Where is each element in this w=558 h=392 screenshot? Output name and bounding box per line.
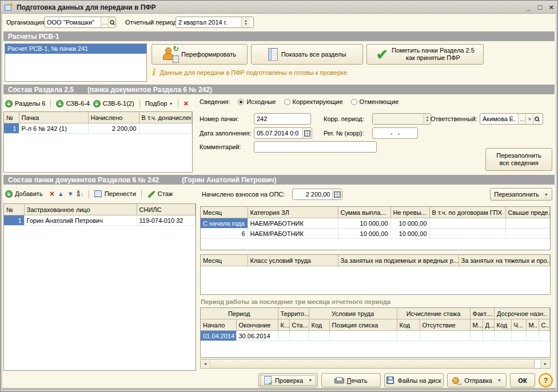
- refill-all-button[interactable]: Перезаполнить все сведения: [485, 148, 552, 171]
- cell-empty[interactable]: [397, 331, 420, 341]
- cell-limit[interactable]: 10 000,00: [390, 229, 429, 239]
- cell-sum[interactable]: 10 000,00: [338, 218, 390, 229]
- minimize-icon[interactable]: _: [527, 3, 531, 11]
- scrollbar-thumb[interactable]: [210, 359, 535, 368]
- cell-empty[interactable]: [309, 331, 329, 341]
- corr-period-input[interactable]: [373, 114, 424, 124]
- cell-empty[interactable]: [539, 331, 549, 341]
- sort-button[interactable]: АЯ↓: [77, 190, 83, 197]
- maximize-icon[interactable]: □: [538, 3, 543, 11]
- ok-button[interactable]: ОК: [510, 373, 535, 387]
- reg-number-input[interactable]: [373, 128, 417, 138]
- mark-accepted-button[interactable]: ✔ Пометить пачки Раздела 2.5 как приняты…: [366, 44, 484, 65]
- help-button[interactable]: ?: [539, 373, 553, 387]
- toolbar-separator: [178, 99, 178, 108]
- cell-category[interactable]: НАЕМ/РАБОТНИК: [248, 229, 338, 239]
- cell-empty[interactable]: [494, 331, 511, 341]
- horizontal-scrollbar[interactable]: ◄ ►: [200, 359, 551, 369]
- cell-empty[interactable]: [289, 331, 309, 341]
- cell-end[interactable]: 30.06.2014: [236, 331, 278, 341]
- period-input[interactable]: [176, 17, 241, 27]
- responsible-input[interactable]: [480, 114, 518, 124]
- col-num: №: [4, 112, 19, 123]
- cell-empty[interactable]: [511, 331, 526, 341]
- organization-choose-button[interactable]: ...: [101, 17, 108, 27]
- responsible-clear-button[interactable]: ×: [525, 114, 533, 124]
- add-sections6-button[interactable]: +Разделы 6: [5, 100, 45, 107]
- periods-table[interactable]: Период Террито... Условия труда Исчислен…: [200, 307, 551, 358]
- radio-ishodnye[interactable]: Исходные: [238, 98, 276, 105]
- cell-empty[interactable]: [470, 331, 483, 341]
- cell-gph[interactable]: [429, 218, 505, 229]
- cell-month[interactable]: 6: [201, 229, 248, 239]
- table-row[interactable]: 6 НАЕМ/РАБОТНИК 10 000,00 10 000,00: [201, 229, 550, 239]
- cell-sum[interactable]: 10 000,00: [338, 229, 390, 239]
- cell-empty[interactable]: [278, 331, 289, 341]
- transfer-button[interactable]: Перенести: [94, 190, 136, 197]
- comment-input[interactable]: [254, 142, 376, 152]
- delete-person-icon[interactable]: ×: [50, 190, 54, 198]
- rsv-list[interactable]: Расчет РСВ-1, № пачки 241: [5, 43, 147, 82]
- radio-otmenyayushchie[interactable]: Отменяющие: [351, 98, 399, 105]
- cell-accrued[interactable]: 2 200,00: [88, 123, 139, 134]
- cell-empty[interactable]: [420, 331, 470, 341]
- conditions-table[interactable]: Месяц Класс условий труда За занятых на …: [200, 254, 551, 295]
- add-person-button[interactable]: + Добавить: [5, 190, 43, 198]
- cell-empty[interactable]: [329, 331, 397, 341]
- check-button[interactable]: Проверка ▼: [258, 373, 318, 387]
- add-szv64-button[interactable]: +СЗВ-6-4: [56, 100, 89, 107]
- send-icon: →: [452, 377, 461, 384]
- persons-table[interactable]: № Застрахованное лицо СНИЛС 1 Горин Анат…: [3, 203, 196, 371]
- show-all-sections-button[interactable]: Показать все разделы: [251, 44, 363, 65]
- cell-empty[interactable]: [526, 331, 539, 341]
- cell-category[interactable]: НАЕМ/РАБОТНИК: [248, 218, 338, 229]
- podbor-button[interactable]: Подбор▼: [145, 100, 173, 107]
- move-down-icon[interactable]: ▼: [67, 190, 74, 197]
- table-row[interactable]: 1 Р-л 6 № 242 (1) 2 200,00: [4, 123, 192, 134]
- cell-start[interactable]: 01.04.2014: [201, 331, 236, 341]
- cell-num[interactable]: 1: [4, 215, 24, 226]
- responsible-choose-button[interactable]: ...: [518, 114, 525, 124]
- cell-extra[interactable]: [139, 123, 192, 134]
- scroll-right-icon[interactable]: ►: [540, 359, 550, 368]
- responsible-search-button[interactable]: [533, 114, 540, 124]
- cell-empty[interactable]: [483, 331, 494, 341]
- cell-gph[interactable]: [429, 229, 505, 239]
- delete-icon[interactable]: ×: [184, 99, 188, 107]
- table-row[interactable]: 1 Горин Анатолий Петрович 119-074-010 32: [4, 215, 196, 226]
- move-up-icon[interactable]: ▲: [58, 190, 64, 197]
- reform-button[interactable]: ↻ Переформировать: [152, 44, 248, 65]
- cell-over[interactable]: [505, 218, 550, 229]
- months-table[interactable]: Месяц Категория ЗЛ Сумма выпла... Не пре…: [200, 206, 551, 250]
- pack-number-input[interactable]: [254, 114, 310, 124]
- cell-limit[interactable]: 10 000,00: [390, 218, 429, 229]
- cell-over[interactable]: [505, 229, 550, 239]
- organization-input[interactable]: [45, 17, 101, 27]
- staj-button[interactable]: Стаж: [147, 190, 173, 197]
- packs-table[interactable]: № Пачка Начислено В т.ч. доначислено 1 Р…: [3, 111, 193, 173]
- cell-num[interactable]: 1: [4, 123, 19, 134]
- cell-month[interactable]: С начала года: [201, 218, 248, 229]
- close-icon[interactable]: ×: [549, 3, 553, 11]
- cell-snils[interactable]: 119-074-010 32: [137, 215, 196, 226]
- ops-input[interactable]: [293, 189, 332, 199]
- table-row[interactable]: С начала года НАЕМ/РАБОТНИК 10 000,00 10…: [201, 218, 550, 229]
- radio-korrektiruyushchie[interactable]: Корректирующие: [284, 98, 343, 105]
- add-szv612-button[interactable]: +СЗВ-6-1(2): [93, 100, 134, 107]
- calculator-button[interactable]: [332, 189, 342, 199]
- period-spinner[interactable]: ▲▼: [241, 17, 250, 27]
- cell-person[interactable]: Горин Анатолий Петрович: [24, 215, 137, 226]
- scroll-left-icon[interactable]: ◄: [201, 359, 210, 368]
- calendar-button[interactable]: [302, 128, 312, 138]
- radio-otmenyayushchie-label: Отменяющие: [360, 98, 399, 105]
- print-button[interactable]: Печать: [321, 373, 381, 387]
- cell-pack[interactable]: Р-л 6 № 242 (1): [19, 123, 88, 134]
- organization-search-button[interactable]: [108, 17, 115, 27]
- rsv-list-item[interactable]: Расчет РСВ-1, № пачки 241: [5, 44, 146, 54]
- fill-date-input[interactable]: [254, 128, 302, 138]
- corr-period-spinner[interactable]: ▲▼: [424, 114, 431, 124]
- refill-dropdown-button[interactable]: Перезаполнить ▼: [490, 188, 552, 201]
- files-to-disk-button[interactable]: Файлы на диск: [384, 373, 444, 387]
- send-button[interactable]: → Отправка ▼: [447, 373, 507, 387]
- table-row[interactable]: 01.04.2014 30.06.2014: [201, 331, 550, 341]
